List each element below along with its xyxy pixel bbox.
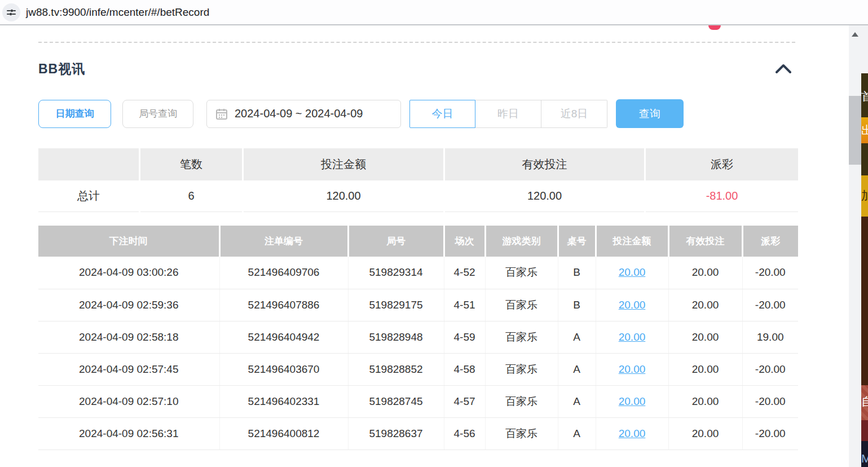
bet-time: 2024-04-09 02:56:31	[38, 417, 219, 450]
summary-total-row: 总计 6 120.00 120.00 -81.00	[38, 180, 798, 212]
browser-url-bar[interactable]: jw88.tv:9900/infe/mcenter/#/betRecord	[0, 0, 868, 25]
payout: -20.00	[742, 257, 798, 289]
page-title: BB视讯	[38, 60, 85, 78]
summary-table: 笔数 投注金额 有效投注 派彩 总计 6 120.00 120.00 -81.0…	[38, 148, 798, 212]
bet-id: 521496407886	[219, 289, 348, 321]
url-text[interactable]: jw88.tv:9900/infe/mcenter/#/betRecord	[26, 6, 209, 19]
table-row: 2024-04-09 02:57:10 521496402331 5198287…	[38, 385, 798, 417]
collapse-section-button[interactable]	[774, 63, 793, 76]
valid-bet: 20.00	[668, 385, 742, 417]
valid-bet: 20.00	[668, 289, 742, 321]
scrollbar-thumb[interactable]	[849, 96, 861, 165]
records-table: 下注时间 注单编号 局号 场次 游戏类别 桌号 投注金额 有效投注 派彩 202…	[38, 226, 798, 450]
payout: -20.00	[742, 385, 798, 417]
col-table-no: 桌号	[558, 226, 596, 257]
quicklink-logo-partial[interactable]: M	[861, 441, 868, 467]
tab-round-query[interactable]: 局号查询	[122, 100, 193, 128]
round-id: 519829175	[348, 289, 444, 321]
vertical-scrollbar[interactable]	[849, 25, 861, 467]
quick-range-group: 今日 昨日 近8日	[409, 100, 607, 128]
summary-total-bet-amount: 120.00	[244, 180, 443, 212]
bet-amount-cell: 20.00	[596, 353, 668, 385]
game-type: 百家乐	[485, 417, 558, 450]
table-row: 2024-04-09 02:59:36 521496407886 5198291…	[38, 289, 798, 321]
bet-record-page: BB视讯 日期查询 局号查询 2024-04-09 ~ 2024-04-09	[0, 25, 849, 467]
game-type: 百家乐	[485, 353, 558, 385]
round-id: 519828948	[348, 321, 444, 353]
bet-id: 521496409706	[219, 257, 348, 289]
quick-range-yesterday[interactable]: 昨日	[475, 100, 541, 128]
summary-header-empty	[38, 148, 139, 180]
quick-range-today[interactable]: 今日	[409, 100, 475, 128]
bet-amount-link[interactable]: 20.00	[619, 363, 646, 375]
summary-total-payout: -81.00	[646, 180, 798, 212]
records-header-row: 下注时间 注单编号 局号 场次 游戏类别 桌号 投注金额 有效投注 派彩	[38, 226, 798, 257]
valid-bet: 20.00	[668, 353, 742, 385]
valid-bet: 20.00	[668, 417, 742, 450]
quicklink-spacer	[861, 143, 868, 175]
bet-amount-cell: 20.00	[596, 289, 668, 321]
table-no: A	[558, 321, 596, 353]
session: 4-59	[444, 321, 485, 353]
table-no: B	[558, 289, 596, 321]
table-row: 2024-04-09 02:58:18 521496404942 5198289…	[38, 321, 798, 353]
bet-amount-link[interactable]: 20.00	[619, 395, 646, 407]
quicklink-brick-partial[interactable]: 自	[861, 385, 868, 420]
quicklink-join-partial[interactable]: 加	[861, 175, 868, 217]
floating-quicklinks-strip: 首 出 加 自 M	[861, 25, 868, 467]
summary-header-count: 笔数	[140, 148, 242, 180]
session: 4-52	[444, 257, 485, 289]
bet-id: 521496403670	[219, 353, 348, 385]
section-divider	[38, 42, 795, 43]
session: 4-58	[444, 353, 485, 385]
payout: -20.00	[742, 353, 798, 385]
bet-amount-cell: 20.00	[596, 257, 668, 289]
summary-total-count: 6	[140, 180, 242, 212]
quick-range-last8days[interactable]: 近8日	[541, 100, 607, 128]
tab-date-query[interactable]: 日期查询	[38, 100, 111, 128]
bet-id: 521496404942	[219, 321, 348, 353]
quicklink-home-partial[interactable]: 首	[861, 73, 868, 117]
bet-amount-link[interactable]: 20.00	[619, 299, 646, 311]
table-no: A	[558, 385, 596, 417]
quicklink-maroon-block[interactable]	[861, 420, 868, 441]
summary-header-valid-bet: 有效投注	[445, 148, 644, 180]
quicklink-block[interactable]	[861, 217, 868, 385]
bet-amount-link[interactable]: 20.00	[619, 266, 646, 278]
round-id: 519828637	[348, 417, 444, 450]
summary-header-bet-amount: 投注金额	[244, 148, 443, 180]
scroll-up-arrow-icon[interactable]	[852, 32, 858, 37]
payout: -20.00	[742, 417, 798, 450]
table-row: 2024-04-09 03:00:26 521496409706 5198293…	[38, 257, 798, 289]
calendar-icon	[215, 108, 228, 120]
bet-amount-link[interactable]: 20.00	[619, 428, 646, 439]
round-id: 519828852	[348, 353, 444, 385]
site-settings-icon[interactable]	[2, 3, 20, 21]
tune-icon	[6, 7, 16, 17]
payout: -20.00	[742, 289, 798, 321]
col-valid-bet: 有效投注	[668, 226, 742, 257]
table-no: B	[558, 257, 596, 289]
table-row: 2024-04-09 02:56:31 521496400812 5198286…	[38, 417, 798, 450]
summary-total-valid-bet: 120.00	[445, 180, 644, 212]
quicklink-withdraw-partial[interactable]: 出	[861, 117, 868, 143]
valid-bet: 20.00	[668, 257, 742, 289]
bet-amount-link[interactable]: 20.00	[619, 331, 646, 343]
game-type: 百家乐	[485, 289, 558, 321]
date-range-value: 2024-04-09 ~ 2024-04-09	[235, 107, 363, 120]
col-session: 场次	[444, 226, 485, 257]
round-id: 519828745	[348, 385, 444, 417]
col-bet-time: 下注时间	[38, 226, 219, 257]
valid-bet: 20.00	[668, 321, 742, 353]
table-no: A	[558, 353, 596, 385]
table-row: 2024-04-09 02:57:45 521496403670 5198288…	[38, 353, 798, 385]
search-button[interactable]: 查询	[616, 99, 684, 128]
bet-amount-cell: 20.00	[596, 385, 668, 417]
col-game-type: 游戏类别	[485, 226, 558, 257]
payout: 19.00	[742, 321, 798, 353]
bet-time: 2024-04-09 02:59:36	[38, 289, 219, 321]
bet-time: 2024-04-09 03:00:26	[38, 257, 219, 289]
game-type: 百家乐	[485, 257, 558, 289]
date-range-picker[interactable]: 2024-04-09 ~ 2024-04-09	[206, 100, 401, 128]
summary-header-payout: 派彩	[646, 148, 798, 180]
